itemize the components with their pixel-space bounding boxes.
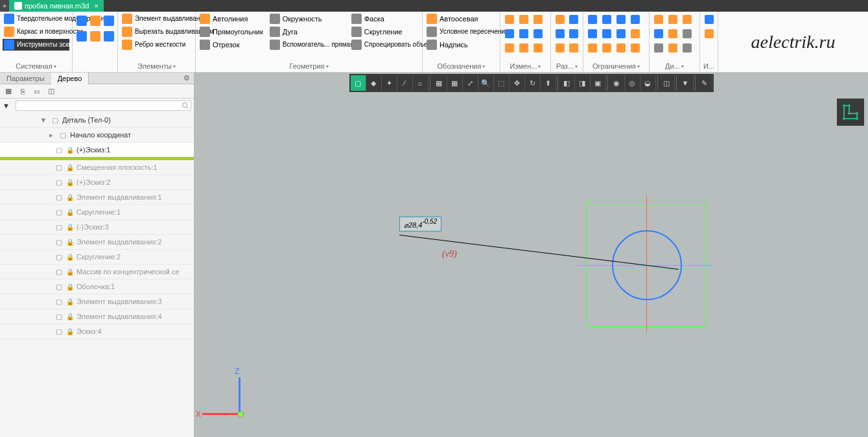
vp-btn-5[interactable]: ⌕	[413, 75, 428, 91]
rectangle-button[interactable]: Прямоугольник	[198, 26, 264, 38]
tab-tree[interactable]: Дерево	[51, 73, 89, 84]
tree-node[interactable]: ▢🔒Скругление:1	[0, 205, 194, 220]
con-btn-1[interactable]	[586, 13, 599, 26]
new-doc-button[interactable]	[75, 14, 88, 27]
arc-button[interactable]: Дуга	[268, 26, 346, 38]
search-input[interactable]	[16, 100, 191, 111]
con-btn-8[interactable]	[629, 27, 642, 40]
vp-btn-4[interactable]: ⁄	[397, 75, 413, 91]
tree-node[interactable]: ▢🔒Оболочка:1	[0, 279, 194, 294]
edit-btn-2[interactable]	[517, 13, 530, 26]
tree-node[interactable]: ▢🔒Смещенная плоскость:1	[0, 160, 194, 175]
dropdown-icon[interactable]: ▾	[326, 64, 329, 69]
cut-extrude-button[interactable]: Вырезать выдавливанием	[121, 26, 193, 38]
con-btn-3[interactable]	[615, 13, 628, 26]
extrude-button[interactable]: Элемент выдавливания	[121, 13, 193, 25]
con-btn-12[interactable]	[629, 41, 642, 54]
dim-btn-1[interactable]	[554, 13, 567, 26]
diag-btn-2[interactable]	[666, 13, 679, 26]
edit-btn-3[interactable]	[532, 13, 545, 26]
tab-params[interactable]: Параметры	[0, 73, 51, 84]
segment-button[interactable]: Отрезок	[198, 39, 264, 51]
tree-node[interactable]: ▢🔒Массив по концентрической се	[0, 265, 194, 279]
open-doc-button[interactable]	[89, 14, 101, 27]
vp-grid-1[interactable]: ▦	[432, 75, 447, 91]
con-btn-6[interactable]	[600, 27, 613, 40]
axis-gizmo[interactable]: Z X	[198, 375, 250, 427]
tree-node[interactable]: ▢🔒Элемент выдавливания:1	[0, 190, 194, 205]
diag-btn-1[interactable]	[652, 13, 665, 26]
aux-line-button[interactable]: Вспомогатель... прямая	[268, 39, 346, 51]
diag-btn-7[interactable]	[652, 41, 665, 54]
tree-node[interactable]: ▢🔒Скругление:2	[0, 250, 194, 265]
sketch-mode-button[interactable]: ▢	[351, 75, 366, 91]
con-btn-10[interactable]	[600, 41, 613, 54]
tree-caret-icon[interactable]: ▸	[47, 130, 56, 139]
new-tab-button[interactable]: +	[0, 0, 9, 12]
dim-btn-4[interactable]	[568, 27, 581, 40]
mode-sketch-tools[interactable]: Инструменты эскиза	[3, 39, 69, 51]
viewport[interactable]: ▢ ◆ ✦ ⁄ ⌕ ▦ ▦ ⤢ 🔍 ⬚ ✥ ↻ ⬆ ◧ ◨ ▣ ◉ ◎ ◒ ◫ …	[194, 73, 868, 437]
vp-section[interactable]: ◫	[659, 75, 675, 91]
sketch-mode-indicator[interactable]	[837, 99, 864, 126]
edit-btn-5[interactable]	[517, 27, 530, 40]
tree-node[interactable]: ▢🔒Эскиз:4	[0, 324, 194, 339]
vp-rotate[interactable]: ↻	[525, 75, 541, 91]
tree-node[interactable]: ▢🔒Элемент выдавливания:2	[0, 235, 194, 250]
circle-button[interactable]: Окружность	[268, 13, 346, 25]
vp-zoom-win[interactable]: ⬚	[494, 75, 510, 91]
tree-node[interactable]: ▢🔒(+)Эскиз:1	[0, 143, 194, 158]
vp-grid-2[interactable]: ▦	[447, 75, 463, 91]
dropdown-icon[interactable]: ▾	[538, 64, 541, 69]
vp-btn-2[interactable]: ◆	[366, 75, 382, 91]
edit-btn-6[interactable]	[532, 27, 545, 40]
chamfer-button[interactable]: Фаска	[350, 13, 421, 25]
misc-btn-1[interactable]	[703, 13, 716, 26]
diag-btn-6[interactable]	[681, 27, 694, 40]
filter-icon[interactable]: ▼	[3, 102, 13, 110]
tree-node[interactable]: ▼▢Деталь (Тел-0)	[0, 113, 194, 128]
vp-cam-1[interactable]: ◉	[609, 75, 625, 91]
dim-btn-2[interactable]	[568, 13, 581, 26]
con-btn-9[interactable]	[586, 41, 599, 54]
close-tab-icon[interactable]: ×	[94, 0, 98, 12]
vp-filter[interactable]: ▼	[678, 75, 694, 91]
vp-shade-2[interactable]: ◨	[575, 75, 591, 91]
tree-view-btn-4[interactable]: ◫	[45, 86, 57, 97]
vp-zoom-fit[interactable]: ⤢	[463, 75, 478, 91]
con-btn-7[interactable]	[615, 27, 628, 40]
diag-btn-9[interactable]	[681, 41, 694, 54]
tree-node[interactable]: ▸▢Начало координат	[0, 128, 194, 143]
con-btn-5[interactable]	[586, 27, 599, 40]
rib-button[interactable]: Ребро жесткости	[121, 39, 193, 51]
autoaxis-button[interactable]: Автоосевая	[425, 13, 497, 25]
tree-view-btn-3[interactable]: ⚏	[31, 86, 43, 97]
tree-view-btn-1[interactable]: ▦	[3, 86, 14, 97]
edit-btn-1[interactable]	[503, 13, 516, 26]
mode-surface[interactable]: Каркас и поверхности	[3, 26, 69, 38]
cond-intersect-button[interactable]: Условное пересечение	[425, 26, 497, 38]
diag-btn-5[interactable]	[666, 27, 679, 40]
dropdown-icon[interactable]: ▾	[173, 64, 176, 69]
dim-btn-3[interactable]	[554, 27, 567, 40]
fillet2d-button[interactable]: Скругление	[350, 26, 421, 38]
panel-settings-icon[interactable]: ⚙	[180, 74, 194, 82]
edit-btn-8[interactable]	[517, 41, 530, 54]
diag-btn-4[interactable]	[652, 27, 665, 40]
dim-btn-6[interactable]	[568, 41, 581, 54]
vp-btn-3[interactable]: ✦	[382, 75, 397, 91]
undo-button[interactable]	[89, 30, 101, 43]
project-button[interactable]: Спроецировать объект	[350, 39, 421, 51]
vp-shade-1[interactable]: ◧	[559, 75, 575, 91]
tree-caret-icon[interactable]: ▼	[39, 115, 48, 124]
edit-btn-7[interactable]	[503, 41, 516, 54]
save-doc-button[interactable]	[102, 14, 115, 27]
dropdown-icon[interactable]: ▾	[681, 64, 684, 69]
autoline-button[interactable]: Автолиния	[198, 13, 264, 25]
tree-node[interactable]: ▢🔒Элемент выдавливания:4	[0, 309, 194, 324]
text-button[interactable]: Надпись	[425, 39, 497, 51]
con-btn-11[interactable]	[615, 41, 628, 54]
tree-node[interactable]: ▢🔒(+)Эскиз:2	[0, 175, 194, 190]
misc-btn-2[interactable]	[703, 27, 716, 40]
edit-btn-4[interactable]	[503, 27, 516, 40]
